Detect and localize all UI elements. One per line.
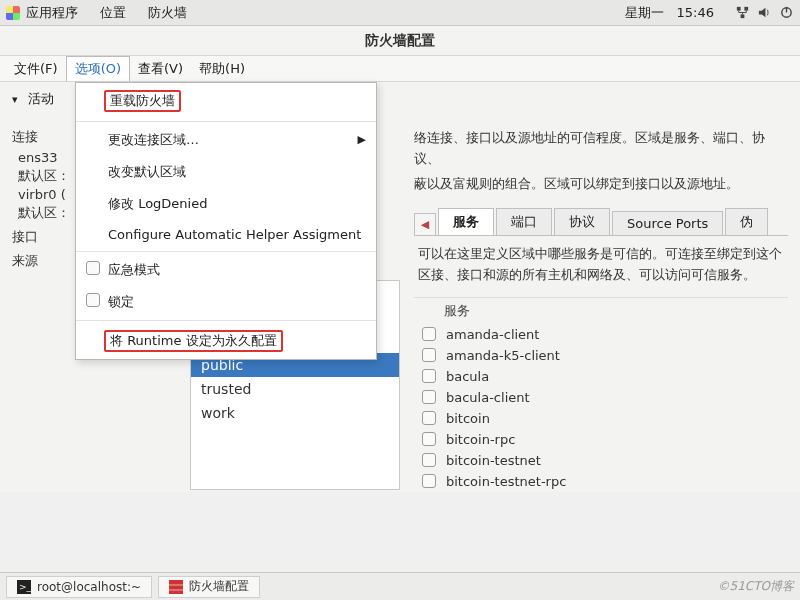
- checkbox-icon[interactable]: [422, 369, 436, 383]
- zone-tabs: ◀ 服务 端口 协议 Source Ports 伪: [414, 208, 788, 236]
- svg-rect-2: [740, 14, 744, 18]
- active-bindings-label: 活动: [28, 91, 54, 106]
- menu-modify-logdenied[interactable]: 修改 LogDenied: [76, 188, 376, 220]
- service-row[interactable]: amanda-k5-client: [414, 345, 788, 366]
- chevron-down-icon: ▾: [12, 93, 18, 106]
- checkbox-icon[interactable]: [422, 390, 436, 404]
- service-row[interactable]: bacula-client: [414, 387, 788, 408]
- checkbox-icon[interactable]: [422, 327, 436, 341]
- apps-icon: [6, 6, 20, 20]
- power-icon[interactable]: [778, 5, 794, 21]
- services-column-header: 服务: [414, 298, 788, 324]
- taskbar: >_ root@localhost:~ 防火墙配置 ©51CTO博客: [0, 572, 800, 600]
- service-row[interactable]: bitcoin: [414, 408, 788, 429]
- scroll-left-icon[interactable]: ◀: [414, 213, 436, 235]
- svg-rect-7: [169, 580, 183, 594]
- tab-source-ports[interactable]: Source Ports: [612, 211, 723, 235]
- menu-reload-firewall[interactable]: 重载防火墙: [76, 83, 376, 119]
- tab-protocols[interactable]: 协议: [554, 208, 610, 235]
- panel-menu-places[interactable]: 位置: [100, 4, 126, 22]
- service-row[interactable]: bitcoin-testnet: [414, 450, 788, 471]
- zone-item[interactable]: work: [191, 401, 399, 425]
- terminal-icon: >_: [17, 580, 31, 594]
- panel-menu-firewall[interactable]: 防火墙: [148, 4, 187, 22]
- service-row[interactable]: bitcoin-rpc: [414, 429, 788, 450]
- checkbox-icon[interactable]: [86, 261, 100, 275]
- services-list: 服务 amanda-client amanda-k5-client bacula…: [414, 297, 788, 492]
- menu-runtime-to-permanent[interactable]: 将 Runtime 设定为永久配置: [76, 323, 376, 359]
- panel-clock[interactable]: 星期一 15:46: [625, 4, 714, 22]
- svg-text:>_: >_: [19, 582, 31, 592]
- checkbox-icon[interactable]: [422, 474, 436, 488]
- service-row[interactable]: bitcoin-testnet-rpc: [414, 471, 788, 492]
- svg-rect-1: [744, 7, 748, 11]
- tab-ports[interactable]: 端口: [496, 208, 552, 235]
- menu-auto-helper[interactable]: Configure Automatic Helper Assigment: [76, 220, 376, 249]
- checkbox-icon[interactable]: [422, 453, 436, 467]
- zone-details: 络连接、接口以及源地址的可信程度。区域是服务、端口、协议、 蔽以及富规则的组合。…: [400, 116, 788, 492]
- zone-item[interactable]: trusted: [191, 377, 399, 401]
- menu-help[interactable]: 帮助(H): [191, 57, 253, 81]
- window-titlebar: 防火墙配置: [0, 26, 800, 56]
- checkbox-icon[interactable]: [422, 432, 436, 446]
- service-row[interactable]: amanda-client: [414, 324, 788, 345]
- checkbox-icon[interactable]: [422, 411, 436, 425]
- menubar: 文件(F) 选项(O) 查看(V) 帮助(H): [0, 56, 800, 82]
- tab-masquerade[interactable]: 伪: [725, 208, 768, 235]
- submenu-arrow-icon: ▶: [358, 133, 366, 146]
- taskbar-terminal[interactable]: >_ root@localhost:~: [6, 576, 152, 598]
- services-description: 可以在这里定义区域中哪些服务是可信的。可连接至绑定到这个区接、接口和源的所有主机…: [414, 236, 788, 292]
- tab-services[interactable]: 服务: [438, 208, 494, 235]
- zone-desc-line: 蔽以及富规则的组合。区域可以绑定到接口以及源地址。: [414, 170, 788, 195]
- zone-desc-line: 络连接、接口以及源地址的可信程度。区域是服务、端口、协议、: [414, 124, 788, 170]
- firewall-icon: [169, 580, 183, 594]
- svg-rect-8: [169, 584, 183, 586]
- taskbar-firewall[interactable]: 防火墙配置: [158, 576, 260, 598]
- menu-lockdown[interactable]: 锁定: [76, 286, 376, 318]
- watermark: ©51CTO博客: [718, 578, 794, 595]
- gnome-panel: 应用程序 位置 防火墙 星期一 15:46: [0, 0, 800, 26]
- network-icon[interactable]: [734, 5, 750, 21]
- menu-view[interactable]: 查看(V): [130, 57, 191, 81]
- options-menu-dropdown: 重载防火墙 更改连接区域…▶ 改变默认区域 修改 LogDenied Confi…: [75, 82, 377, 360]
- window-title: 防火墙配置: [365, 32, 435, 50]
- checkbox-icon[interactable]: [422, 348, 436, 362]
- menu-change-connection-zone[interactable]: 更改连接区域…▶: [76, 124, 376, 156]
- menu-change-default-zone[interactable]: 改变默认区域: [76, 156, 376, 188]
- svg-rect-0: [736, 7, 740, 11]
- menu-file[interactable]: 文件(F): [6, 57, 66, 81]
- service-row[interactable]: bacula: [414, 366, 788, 387]
- svg-rect-9: [169, 589, 183, 591]
- checkbox-icon[interactable]: [86, 293, 100, 307]
- menu-options[interactable]: 选项(O): [66, 56, 130, 81]
- volume-icon[interactable]: [756, 5, 772, 21]
- panel-menu-applications[interactable]: 应用程序: [26, 4, 78, 22]
- menu-panic-mode[interactable]: 应急模式: [76, 254, 376, 286]
